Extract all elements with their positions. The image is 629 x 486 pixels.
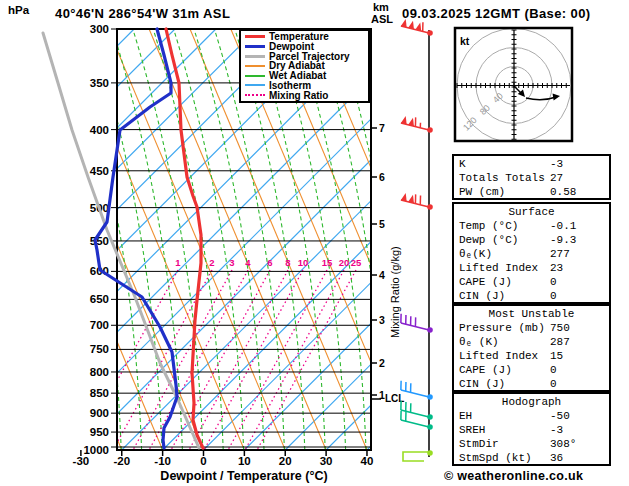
mixing-ratio-value-label: 8: [285, 257, 290, 268]
wind-barb-pennant: [408, 21, 414, 29]
km-tick-label: 7: [379, 122, 385, 134]
legend-swatch-dewpoint: [245, 45, 265, 48]
mixing-ratio-line: [189, 270, 288, 450]
panel-row-label: CAPE (J): [459, 364, 512, 376]
panel-row: K-3: [454, 157, 609, 171]
station-title: 40°46'N 286°54'W 31m ASL: [55, 6, 230, 21]
wind-barb-pennant: [401, 193, 407, 201]
panel-row: Pressure (mb)750: [454, 321, 609, 335]
panel-section-hodograph: HodographEH-50SREH-3StmDir308°StmSpd (kt…: [452, 392, 611, 466]
panel-row-label: CIN (J): [459, 290, 505, 302]
pressure-tick-label: 800: [90, 366, 109, 378]
isotherm-line: [0, 29, 134, 450]
wind-barb: [401, 381, 433, 400]
legend-item-temperature: Temperature: [245, 32, 368, 41]
wind-barb-dot: [427, 414, 433, 420]
wind-barb-dot: [427, 424, 433, 430]
sounding-screenshot: 3003504004505005506006507007508008509009…: [0, 0, 629, 486]
pressure-unit-label: hPa: [8, 4, 30, 16]
mixing-ratio-value-label: 1: [175, 257, 181, 268]
panel-row-value: 0: [550, 289, 557, 303]
legend-box: Temperature Dewpoint Parcel Trajectory D…: [239, 29, 370, 103]
panel-row-value: 27: [550, 171, 563, 185]
mixing-ratio-value-label: 20: [339, 257, 350, 268]
panel-row: CAPE (J)0: [454, 275, 609, 289]
hodograph-unit-label: kt: [460, 35, 470, 47]
panel-row-label: Pressure (mb): [459, 322, 545, 334]
temp-tick-label: 30: [320, 455, 333, 467]
panel-section-indices: K-3Totals Totals27PW (cm)0.58: [452, 154, 611, 200]
km-tick-label: 2: [379, 357, 385, 369]
wind-barb-pennant: [401, 116, 407, 124]
temp-tick-label: 0: [200, 455, 206, 467]
wind-barb-glyph: [403, 452, 429, 461]
panel-row-label: Temp (°C): [459, 220, 518, 232]
temp-tick-label: 40: [361, 455, 374, 467]
wind-barb: [401, 19, 433, 36]
panel-section-title: Surface: [454, 205, 609, 219]
temp-tick-label: -10: [154, 455, 171, 467]
km-tick-label: 4: [379, 269, 385, 281]
km-axis-label: ASL: [371, 13, 393, 25]
mixing-ratio-value-label: 6: [267, 257, 272, 268]
km-tick-label: 3: [379, 314, 385, 326]
panel-section-most-unstable: Most UnstablePressure (mb)750θₑ (K)287Li…: [452, 304, 611, 392]
pressure-tick-label: 850: [90, 387, 109, 399]
panel-row-value: -9.3: [550, 233, 576, 247]
panel-row-label: CIN (J): [459, 378, 505, 390]
panel-row-label: SREH: [459, 424, 485, 436]
panel-row: CAPE (J)0: [454, 363, 609, 377]
panel-row-value: -0.1: [550, 219, 576, 233]
wind-barb: [401, 314, 433, 333]
x-axis-title: Dewpoint / Temperature (°C): [117, 469, 371, 483]
panel-section-surface: SurfaceTemp (°C)-0.1Dewp (°C)-9.3θₑ(K)27…: [452, 202, 611, 304]
panel-row-value: 277: [550, 247, 570, 261]
panel-row-value: 750: [550, 321, 570, 335]
panel-row-value: 308°: [550, 437, 576, 451]
legend-swatch-wet-adiabat: [245, 75, 265, 77]
mixing-ratio-value-label: 2: [209, 257, 214, 268]
panel-row-value: -3: [550, 423, 563, 437]
legend-label: Dewpoint: [269, 42, 314, 51]
panel-row: Dewp (°C)-9.3: [454, 233, 609, 247]
watermark: © weatheronline.co.uk: [444, 469, 583, 483]
panel-row: CIN (J)0: [454, 289, 609, 303]
panel-row-value: 36: [550, 451, 563, 465]
pressure-tick-label: 350: [90, 77, 109, 89]
pressure-tick-label: 900: [90, 407, 109, 419]
legend-item-dewpoint: Dewpoint: [245, 42, 368, 51]
pressure-tick-label: 550: [90, 235, 109, 247]
pressure-tick-label: 750: [90, 343, 109, 355]
panel-row-label: StmSpd (kt): [459, 452, 532, 464]
legend-label: Mixing Ratio: [269, 91, 328, 100]
legend-label: Parcel Trajectory: [269, 52, 350, 61]
panel-row-label: K: [459, 158, 466, 170]
hodograph-ring-label: 40: [491, 91, 505, 105]
legend-label: Temperature: [269, 32, 329, 41]
mixing-ratio-value-label: 25: [351, 257, 362, 268]
panel-row-value: 23: [550, 261, 563, 275]
hodograph: 4080120: [457, 29, 571, 143]
panel-row: Totals Totals27: [454, 171, 609, 185]
pressure-tick-label: 950: [90, 426, 109, 438]
mixing-ratio-value-label: 3: [229, 257, 234, 268]
km-axis-label: km: [373, 1, 389, 13]
legend-item-parcel: Parcel Trajectory: [245, 52, 368, 61]
km-tick-label: 6: [379, 171, 385, 183]
panel-row-label: StmDir: [459, 438, 499, 450]
panel-row-value: 0: [550, 363, 557, 377]
panel-row: θₑ (K)287: [454, 335, 609, 349]
legend-item-wet-adiabat: Wet Adiabat: [245, 71, 368, 80]
legend-swatch-temperature: [245, 35, 265, 38]
panel-row-value: -50: [550, 409, 570, 423]
mixing-ratio-axis-label: Mixing Ratio (g/kg): [389, 246, 401, 338]
pressure-tick-label: 450: [90, 165, 109, 177]
wind-barb-dot: [427, 127, 433, 133]
panel-row-value: 0: [550, 275, 557, 289]
pressure-tick-label: 300: [90, 23, 109, 35]
panel-row-label: Dewp (°C): [459, 234, 518, 246]
panel-row: Lifted Index23: [454, 261, 609, 275]
mixing-ratio-value-label: 4: [245, 257, 251, 268]
legend-label: Wet Adiabat: [269, 71, 326, 80]
panel-row: EH-50: [454, 409, 609, 423]
